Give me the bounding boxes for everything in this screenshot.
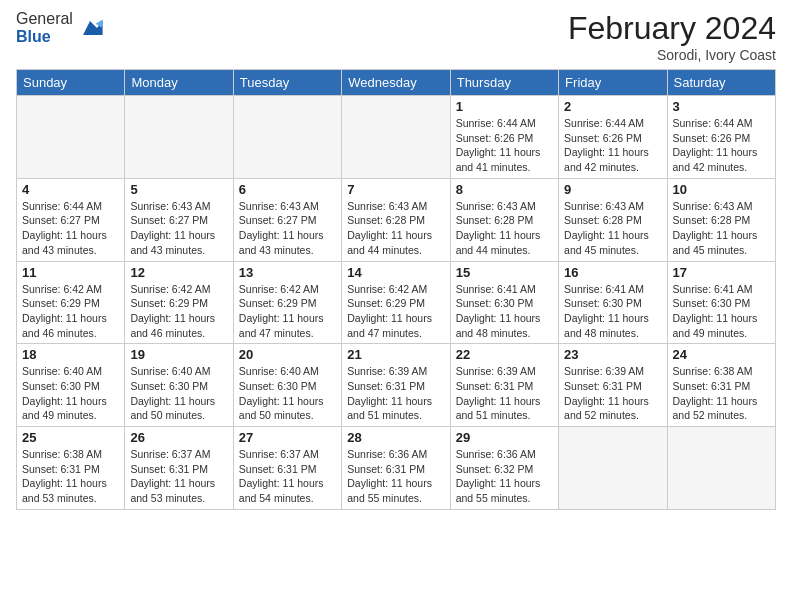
calendar-week-4: 18Sunrise: 6:40 AMSunset: 6:30 PMDayligh…	[17, 344, 776, 427]
calendar-cell	[17, 96, 125, 179]
logo-icon	[76, 14, 104, 42]
day-of-week-friday: Friday	[559, 70, 667, 96]
day-info: Sunrise: 6:38 AMSunset: 6:31 PMDaylight:…	[673, 364, 770, 423]
day-of-week-monday: Monday	[125, 70, 233, 96]
day-number: 16	[564, 265, 661, 280]
day-info: Sunrise: 6:41 AMSunset: 6:30 PMDaylight:…	[456, 282, 553, 341]
day-of-week-wednesday: Wednesday	[342, 70, 450, 96]
day-info: Sunrise: 6:37 AMSunset: 6:31 PMDaylight:…	[130, 447, 227, 506]
day-info: Sunrise: 6:39 AMSunset: 6:31 PMDaylight:…	[456, 364, 553, 423]
day-info: Sunrise: 6:36 AMSunset: 6:32 PMDaylight:…	[456, 447, 553, 506]
day-number: 6	[239, 182, 336, 197]
calendar-cell: 16Sunrise: 6:41 AMSunset: 6:30 PMDayligh…	[559, 261, 667, 344]
calendar-week-5: 25Sunrise: 6:38 AMSunset: 6:31 PMDayligh…	[17, 427, 776, 510]
day-number: 2	[564, 99, 661, 114]
day-info: Sunrise: 6:44 AMSunset: 6:26 PMDaylight:…	[456, 116, 553, 175]
day-number: 11	[22, 265, 119, 280]
day-info: Sunrise: 6:44 AMSunset: 6:27 PMDaylight:…	[22, 199, 119, 258]
day-number: 29	[456, 430, 553, 445]
calendar-cell: 29Sunrise: 6:36 AMSunset: 6:32 PMDayligh…	[450, 427, 558, 510]
day-info: Sunrise: 6:43 AMSunset: 6:28 PMDaylight:…	[673, 199, 770, 258]
day-info: Sunrise: 6:43 AMSunset: 6:28 PMDaylight:…	[456, 199, 553, 258]
calendar-cell: 8Sunrise: 6:43 AMSunset: 6:28 PMDaylight…	[450, 178, 558, 261]
header: General Blue February 2024 Sorodi, Ivory…	[16, 10, 776, 63]
calendar-cell: 13Sunrise: 6:42 AMSunset: 6:29 PMDayligh…	[233, 261, 341, 344]
day-info: Sunrise: 6:39 AMSunset: 6:31 PMDaylight:…	[564, 364, 661, 423]
calendar-cell: 19Sunrise: 6:40 AMSunset: 6:30 PMDayligh…	[125, 344, 233, 427]
day-info: Sunrise: 6:44 AMSunset: 6:26 PMDaylight:…	[564, 116, 661, 175]
logo-general: General	[16, 10, 73, 28]
day-info: Sunrise: 6:41 AMSunset: 6:30 PMDaylight:…	[673, 282, 770, 341]
day-number: 27	[239, 430, 336, 445]
day-of-week-saturday: Saturday	[667, 70, 775, 96]
calendar-cell: 21Sunrise: 6:39 AMSunset: 6:31 PMDayligh…	[342, 344, 450, 427]
month-title: February 2024	[568, 10, 776, 47]
day-number: 25	[22, 430, 119, 445]
calendar-cell: 22Sunrise: 6:39 AMSunset: 6:31 PMDayligh…	[450, 344, 558, 427]
day-number: 19	[130, 347, 227, 362]
day-info: Sunrise: 6:42 AMSunset: 6:29 PMDaylight:…	[130, 282, 227, 341]
day-number: 1	[456, 99, 553, 114]
logo: General Blue	[16, 10, 104, 45]
calendar-cell	[559, 427, 667, 510]
day-info: Sunrise: 6:43 AMSunset: 6:27 PMDaylight:…	[130, 199, 227, 258]
calendar-cell: 3Sunrise: 6:44 AMSunset: 6:26 PMDaylight…	[667, 96, 775, 179]
day-number: 21	[347, 347, 444, 362]
calendar-cell: 26Sunrise: 6:37 AMSunset: 6:31 PMDayligh…	[125, 427, 233, 510]
day-info: Sunrise: 6:37 AMSunset: 6:31 PMDaylight:…	[239, 447, 336, 506]
calendar-week-2: 4Sunrise: 6:44 AMSunset: 6:27 PMDaylight…	[17, 178, 776, 261]
day-of-week-tuesday: Tuesday	[233, 70, 341, 96]
calendar-cell: 1Sunrise: 6:44 AMSunset: 6:26 PMDaylight…	[450, 96, 558, 179]
calendar-cell	[233, 96, 341, 179]
calendar-week-1: 1Sunrise: 6:44 AMSunset: 6:26 PMDaylight…	[17, 96, 776, 179]
calendar-cell	[667, 427, 775, 510]
logo-blue: Blue	[16, 28, 73, 46]
calendar-cell: 23Sunrise: 6:39 AMSunset: 6:31 PMDayligh…	[559, 344, 667, 427]
day-number: 23	[564, 347, 661, 362]
page: General Blue February 2024 Sorodi, Ivory…	[0, 0, 792, 612]
calendar-cell: 2Sunrise: 6:44 AMSunset: 6:26 PMDaylight…	[559, 96, 667, 179]
day-number: 15	[456, 265, 553, 280]
day-info: Sunrise: 6:39 AMSunset: 6:31 PMDaylight:…	[347, 364, 444, 423]
day-number: 20	[239, 347, 336, 362]
calendar-cell: 20Sunrise: 6:40 AMSunset: 6:30 PMDayligh…	[233, 344, 341, 427]
title-area: February 2024 Sorodi, Ivory Coast	[568, 10, 776, 63]
day-info: Sunrise: 6:38 AMSunset: 6:31 PMDaylight:…	[22, 447, 119, 506]
day-info: Sunrise: 6:43 AMSunset: 6:28 PMDaylight:…	[347, 199, 444, 258]
calendar-cell: 9Sunrise: 6:43 AMSunset: 6:28 PMDaylight…	[559, 178, 667, 261]
day-number: 24	[673, 347, 770, 362]
calendar-cell: 4Sunrise: 6:44 AMSunset: 6:27 PMDaylight…	[17, 178, 125, 261]
day-number: 9	[564, 182, 661, 197]
day-number: 22	[456, 347, 553, 362]
calendar-cell: 28Sunrise: 6:36 AMSunset: 6:31 PMDayligh…	[342, 427, 450, 510]
day-of-week-sunday: Sunday	[17, 70, 125, 96]
calendar-cell: 7Sunrise: 6:43 AMSunset: 6:28 PMDaylight…	[342, 178, 450, 261]
calendar-header-row: SundayMondayTuesdayWednesdayThursdayFrid…	[17, 70, 776, 96]
day-number: 7	[347, 182, 444, 197]
day-number: 26	[130, 430, 227, 445]
day-info: Sunrise: 6:43 AMSunset: 6:28 PMDaylight:…	[564, 199, 661, 258]
calendar-cell: 15Sunrise: 6:41 AMSunset: 6:30 PMDayligh…	[450, 261, 558, 344]
calendar-cell: 12Sunrise: 6:42 AMSunset: 6:29 PMDayligh…	[125, 261, 233, 344]
day-of-week-thursday: Thursday	[450, 70, 558, 96]
day-info: Sunrise: 6:40 AMSunset: 6:30 PMDaylight:…	[22, 364, 119, 423]
calendar-cell: 24Sunrise: 6:38 AMSunset: 6:31 PMDayligh…	[667, 344, 775, 427]
day-info: Sunrise: 6:42 AMSunset: 6:29 PMDaylight:…	[239, 282, 336, 341]
calendar-cell: 18Sunrise: 6:40 AMSunset: 6:30 PMDayligh…	[17, 344, 125, 427]
calendar-week-3: 11Sunrise: 6:42 AMSunset: 6:29 PMDayligh…	[17, 261, 776, 344]
day-number: 17	[673, 265, 770, 280]
calendar-cell: 11Sunrise: 6:42 AMSunset: 6:29 PMDayligh…	[17, 261, 125, 344]
location-subtitle: Sorodi, Ivory Coast	[568, 47, 776, 63]
day-number: 4	[22, 182, 119, 197]
calendar-cell: 14Sunrise: 6:42 AMSunset: 6:29 PMDayligh…	[342, 261, 450, 344]
day-info: Sunrise: 6:42 AMSunset: 6:29 PMDaylight:…	[347, 282, 444, 341]
calendar-cell: 27Sunrise: 6:37 AMSunset: 6:31 PMDayligh…	[233, 427, 341, 510]
day-number: 14	[347, 265, 444, 280]
day-number: 18	[22, 347, 119, 362]
calendar: SundayMondayTuesdayWednesdayThursdayFrid…	[16, 69, 776, 510]
day-number: 8	[456, 182, 553, 197]
day-info: Sunrise: 6:36 AMSunset: 6:31 PMDaylight:…	[347, 447, 444, 506]
calendar-cell: 6Sunrise: 6:43 AMSunset: 6:27 PMDaylight…	[233, 178, 341, 261]
day-info: Sunrise: 6:43 AMSunset: 6:27 PMDaylight:…	[239, 199, 336, 258]
day-number: 5	[130, 182, 227, 197]
